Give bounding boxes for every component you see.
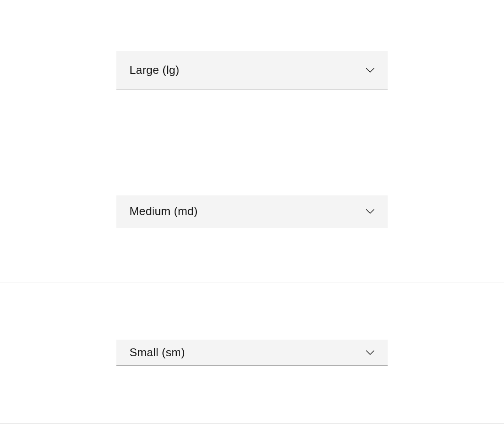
dropdown-large[interactable]: Large (lg) [116,51,388,90]
section-medium: Medium (md) [0,141,504,282]
section-small: Small (sm) [0,282,504,424]
dropdown-label: Large (lg) [130,63,179,77]
dropdown-label: Medium (md) [130,205,198,218]
chevron-down-icon [366,68,374,73]
dropdown-small[interactable]: Small (sm) [116,340,388,366]
dropdown-medium[interactable]: Medium (md) [116,195,388,228]
dropdown-label: Small (sm) [130,346,185,359]
chevron-down-icon [366,350,374,355]
chevron-down-icon [366,209,374,214]
section-large: Large (lg) [0,0,504,141]
